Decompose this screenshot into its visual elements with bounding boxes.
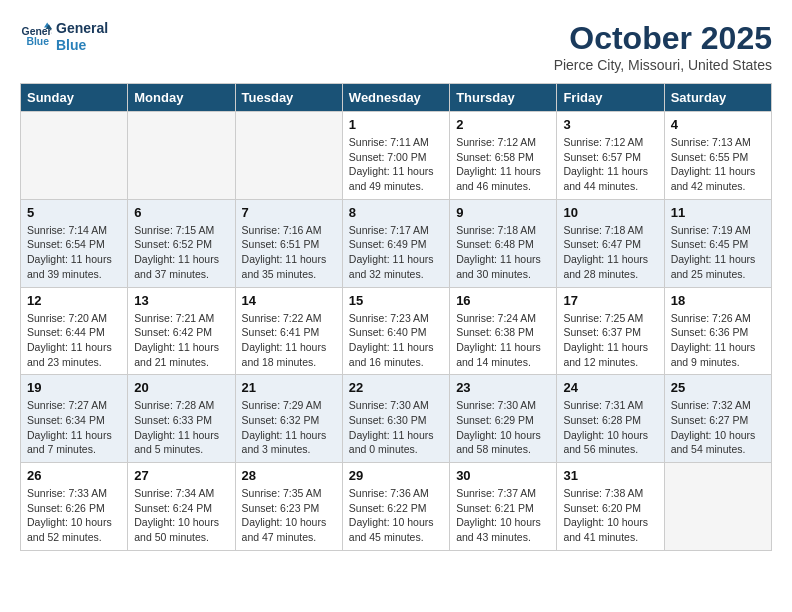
calendar-cell: 12Sunrise: 7:20 AMSunset: 6:44 PMDayligh…: [21, 287, 128, 375]
week-row-4: 19Sunrise: 7:27 AMSunset: 6:34 PMDayligh…: [21, 375, 772, 463]
calendar-cell: 5Sunrise: 7:14 AMSunset: 6:54 PMDaylight…: [21, 199, 128, 287]
col-header-tuesday: Tuesday: [235, 84, 342, 112]
day-info: Sunrise: 7:29 AMSunset: 6:32 PMDaylight:…: [242, 398, 336, 457]
calendar-cell: 26Sunrise: 7:33 AMSunset: 6:26 PMDayligh…: [21, 463, 128, 551]
calendar-cell: 20Sunrise: 7:28 AMSunset: 6:33 PMDayligh…: [128, 375, 235, 463]
day-number: 27: [134, 468, 228, 483]
week-row-1: 1Sunrise: 7:11 AMSunset: 7:00 PMDaylight…: [21, 112, 772, 200]
day-info: Sunrise: 7:30 AMSunset: 6:30 PMDaylight:…: [349, 398, 443, 457]
calendar-cell: 11Sunrise: 7:19 AMSunset: 6:45 PMDayligh…: [664, 199, 771, 287]
calendar-cell: 30Sunrise: 7:37 AMSunset: 6:21 PMDayligh…: [450, 463, 557, 551]
header-row: SundayMondayTuesdayWednesdayThursdayFrid…: [21, 84, 772, 112]
day-number: 20: [134, 380, 228, 395]
day-info: Sunrise: 7:37 AMSunset: 6:21 PMDaylight:…: [456, 486, 550, 545]
day-number: 12: [27, 293, 121, 308]
calendar-cell: 24Sunrise: 7:31 AMSunset: 6:28 PMDayligh…: [557, 375, 664, 463]
day-info: Sunrise: 7:15 AMSunset: 6:52 PMDaylight:…: [134, 223, 228, 282]
day-info: Sunrise: 7:27 AMSunset: 6:34 PMDaylight:…: [27, 398, 121, 457]
col-header-friday: Friday: [557, 84, 664, 112]
day-number: 25: [671, 380, 765, 395]
calendar-cell: 8Sunrise: 7:17 AMSunset: 6:49 PMDaylight…: [342, 199, 449, 287]
day-info: Sunrise: 7:26 AMSunset: 6:36 PMDaylight:…: [671, 311, 765, 370]
day-number: 10: [563, 205, 657, 220]
day-info: Sunrise: 7:32 AMSunset: 6:27 PMDaylight:…: [671, 398, 765, 457]
calendar-cell: 31Sunrise: 7:38 AMSunset: 6:20 PMDayligh…: [557, 463, 664, 551]
calendar-cell: 22Sunrise: 7:30 AMSunset: 6:30 PMDayligh…: [342, 375, 449, 463]
day-info: Sunrise: 7:16 AMSunset: 6:51 PMDaylight:…: [242, 223, 336, 282]
week-row-2: 5Sunrise: 7:14 AMSunset: 6:54 PMDaylight…: [21, 199, 772, 287]
day-number: 23: [456, 380, 550, 395]
day-number: 31: [563, 468, 657, 483]
calendar-cell: 23Sunrise: 7:30 AMSunset: 6:29 PMDayligh…: [450, 375, 557, 463]
col-header-sunday: Sunday: [21, 84, 128, 112]
day-number: 9: [456, 205, 550, 220]
calendar-cell: 10Sunrise: 7:18 AMSunset: 6:47 PMDayligh…: [557, 199, 664, 287]
day-info: Sunrise: 7:18 AMSunset: 6:48 PMDaylight:…: [456, 223, 550, 282]
day-info: Sunrise: 7:11 AMSunset: 7:00 PMDaylight:…: [349, 135, 443, 194]
day-info: Sunrise: 7:21 AMSunset: 6:42 PMDaylight:…: [134, 311, 228, 370]
day-info: Sunrise: 7:12 AMSunset: 6:58 PMDaylight:…: [456, 135, 550, 194]
day-info: Sunrise: 7:23 AMSunset: 6:40 PMDaylight:…: [349, 311, 443, 370]
calendar-cell: 9Sunrise: 7:18 AMSunset: 6:48 PMDaylight…: [450, 199, 557, 287]
calendar-cell: 13Sunrise: 7:21 AMSunset: 6:42 PMDayligh…: [128, 287, 235, 375]
day-number: 21: [242, 380, 336, 395]
day-number: 11: [671, 205, 765, 220]
calendar-cell: [21, 112, 128, 200]
calendar-cell: 16Sunrise: 7:24 AMSunset: 6:38 PMDayligh…: [450, 287, 557, 375]
calendar-cell: 14Sunrise: 7:22 AMSunset: 6:41 PMDayligh…: [235, 287, 342, 375]
day-number: 24: [563, 380, 657, 395]
day-info: Sunrise: 7:33 AMSunset: 6:26 PMDaylight:…: [27, 486, 121, 545]
day-info: Sunrise: 7:14 AMSunset: 6:54 PMDaylight:…: [27, 223, 121, 282]
calendar-cell: 29Sunrise: 7:36 AMSunset: 6:22 PMDayligh…: [342, 463, 449, 551]
calendar-cell: 7Sunrise: 7:16 AMSunset: 6:51 PMDaylight…: [235, 199, 342, 287]
day-info: Sunrise: 7:18 AMSunset: 6:47 PMDaylight:…: [563, 223, 657, 282]
calendar-cell: [128, 112, 235, 200]
day-number: 15: [349, 293, 443, 308]
day-info: Sunrise: 7:34 AMSunset: 6:24 PMDaylight:…: [134, 486, 228, 545]
day-info: Sunrise: 7:31 AMSunset: 6:28 PMDaylight:…: [563, 398, 657, 457]
day-number: 8: [349, 205, 443, 220]
day-info: Sunrise: 7:38 AMSunset: 6:20 PMDaylight:…: [563, 486, 657, 545]
day-number: 16: [456, 293, 550, 308]
day-number: 28: [242, 468, 336, 483]
day-number: 17: [563, 293, 657, 308]
day-info: Sunrise: 7:36 AMSunset: 6:22 PMDaylight:…: [349, 486, 443, 545]
col-header-wednesday: Wednesday: [342, 84, 449, 112]
day-number: 2: [456, 117, 550, 132]
day-number: 1: [349, 117, 443, 132]
col-header-thursday: Thursday: [450, 84, 557, 112]
calendar-cell: 15Sunrise: 7:23 AMSunset: 6:40 PMDayligh…: [342, 287, 449, 375]
calendar-table: SundayMondayTuesdayWednesdayThursdayFrid…: [20, 83, 772, 551]
calendar-cell: 2Sunrise: 7:12 AMSunset: 6:58 PMDaylight…: [450, 112, 557, 200]
day-number: 18: [671, 293, 765, 308]
logo: General Blue General Blue: [20, 20, 108, 54]
calendar-cell: 28Sunrise: 7:35 AMSunset: 6:23 PMDayligh…: [235, 463, 342, 551]
calendar-cell: 17Sunrise: 7:25 AMSunset: 6:37 PMDayligh…: [557, 287, 664, 375]
day-number: 14: [242, 293, 336, 308]
calendar-cell: 6Sunrise: 7:15 AMSunset: 6:52 PMDaylight…: [128, 199, 235, 287]
day-number: 5: [27, 205, 121, 220]
location-text: Pierce City, Missouri, United States: [554, 57, 772, 73]
month-title: October 2025: [554, 20, 772, 57]
calendar-cell: 27Sunrise: 7:34 AMSunset: 6:24 PMDayligh…: [128, 463, 235, 551]
calendar-cell: [664, 463, 771, 551]
day-number: 4: [671, 117, 765, 132]
day-number: 19: [27, 380, 121, 395]
logo-text-line1: General: [56, 20, 108, 37]
calendar-cell: 19Sunrise: 7:27 AMSunset: 6:34 PMDayligh…: [21, 375, 128, 463]
week-row-5: 26Sunrise: 7:33 AMSunset: 6:26 PMDayligh…: [21, 463, 772, 551]
day-number: 3: [563, 117, 657, 132]
day-info: Sunrise: 7:13 AMSunset: 6:55 PMDaylight:…: [671, 135, 765, 194]
title-area: October 2025 Pierce City, Missouri, Unit…: [554, 20, 772, 73]
day-info: Sunrise: 7:30 AMSunset: 6:29 PMDaylight:…: [456, 398, 550, 457]
day-info: Sunrise: 7:12 AMSunset: 6:57 PMDaylight:…: [563, 135, 657, 194]
week-row-3: 12Sunrise: 7:20 AMSunset: 6:44 PMDayligh…: [21, 287, 772, 375]
day-info: Sunrise: 7:24 AMSunset: 6:38 PMDaylight:…: [456, 311, 550, 370]
calendar-cell: 3Sunrise: 7:12 AMSunset: 6:57 PMDaylight…: [557, 112, 664, 200]
col-header-saturday: Saturday: [664, 84, 771, 112]
day-number: 7: [242, 205, 336, 220]
day-info: Sunrise: 7:22 AMSunset: 6:41 PMDaylight:…: [242, 311, 336, 370]
day-number: 6: [134, 205, 228, 220]
day-info: Sunrise: 7:19 AMSunset: 6:45 PMDaylight:…: [671, 223, 765, 282]
svg-text:Blue: Blue: [26, 36, 49, 47]
